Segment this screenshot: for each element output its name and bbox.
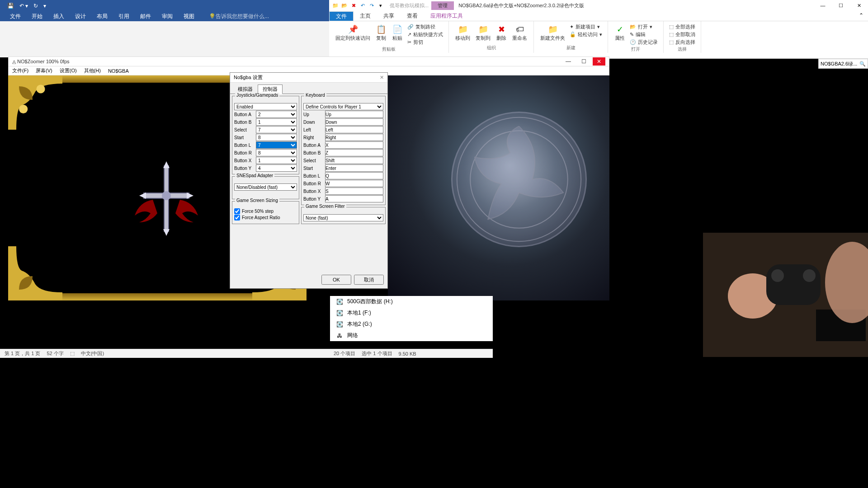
explorer-redo-icon[interactable]: ↷ — [368, 2, 375, 9]
drive-item-f[interactable]: 💽本地1 (F:) — [330, 307, 493, 319]
word-count[interactable]: 52 个字 — [47, 350, 63, 357]
joy-select-start[interactable]: 8 — [256, 134, 297, 141]
drive-item-h[interactable]: 💽500G西部数据 (H:) — [330, 296, 493, 307]
explorer-folder-icon[interactable]: 📁 — [332, 2, 339, 9]
joy-select-x[interactable]: 1 — [256, 157, 297, 164]
search-icon[interactable]: 🔍 — [859, 61, 866, 67]
copy-path-button[interactable]: 🔗复制路径 — [406, 23, 445, 31]
invert-selection-button[interactable]: ⬚反向选择 — [667, 38, 697, 46]
rename-button[interactable]: 🏷重命名 — [509, 23, 530, 42]
page-count[interactable]: 第 1 页，共 1 页 — [5, 350, 40, 357]
kb-input-l[interactable] — [325, 172, 383, 179]
new-folder-button[interactable]: 📁新建文件夹 — [538, 23, 568, 42]
manage-tab[interactable]: 管理 — [431, 1, 454, 10]
word-tab-mailings[interactable]: 邮件 — [140, 13, 151, 20]
word-tab-design[interactable]: 设计 — [75, 13, 86, 20]
emu-close-button[interactable]: ✕ — [593, 57, 605, 66]
edit-button[interactable]: ✎编辑 — [628, 31, 660, 38]
explorer-tab-share[interactable]: 共享 — [377, 11, 401, 21]
qat-customize-icon[interactable]: ▾ — [43, 3, 46, 9]
emu-minimize-button[interactable]: — — [562, 57, 575, 66]
explorer-tab-view[interactable]: 查看 — [401, 11, 424, 21]
joystick-enable-select[interactable]: Enabled — [234, 103, 297, 110]
kb-input-x[interactable] — [325, 188, 383, 195]
new-item-button[interactable]: ✦新建项目 ▾ — [568, 23, 604, 31]
snespad-select[interactable]: None/Disabled (fast) — [234, 183, 297, 191]
lang-mode-icon[interactable]: ⬚ — [70, 351, 75, 357]
word-tab-layout[interactable]: 布局 — [97, 13, 108, 20]
select-none-button[interactable]: ⬚全部取消 — [667, 31, 697, 38]
emu-maximize-button[interactable]: ☐ — [577, 57, 590, 66]
move-to-button[interactable]: 📁移动到 — [453, 23, 473, 42]
word-tab-review[interactable]: 审阅 — [162, 13, 173, 20]
emulator-titlebar[interactable]: ◬ NO$Zoomer 100% 0fps — ☐ ✕ — [8, 56, 609, 66]
word-tab-view[interactable]: 视图 — [184, 13, 194, 20]
properties-label: 属性 — [615, 35, 625, 42]
drive-item-g[interactable]: 💽本地2 (G:) — [330, 319, 493, 330]
copy-to-button[interactable]: 📁复制到 — [473, 23, 493, 42]
redo-icon[interactable]: ↻ — [33, 3, 38, 9]
joy-select-r[interactable]: 8 — [256, 149, 297, 156]
menu-settings[interactable]: 设置(O) — [60, 67, 77, 74]
menu-nosgba[interactable]: NO$GBA — [108, 68, 129, 74]
copy-button[interactable]: 📋复制 — [373, 23, 389, 46]
kb-input-r[interactable] — [325, 180, 383, 187]
delete-button[interactable]: ✖删除 — [493, 23, 509, 42]
joy-select-b[interactable]: 1 — [256, 118, 297, 126]
word-tab-insert[interactable]: 插入 — [53, 13, 64, 20]
explorer-tab-apptools[interactable]: 应用程序工具 — [424, 11, 469, 21]
explorer-undo-icon[interactable]: ↶ — [359, 2, 366, 9]
open-button[interactable]: 📂打开 ▾ — [628, 23, 660, 31]
kb-input-down[interactable] — [325, 118, 383, 126]
kb-input-right[interactable] — [325, 134, 383, 141]
kb-input-a[interactable] — [325, 141, 383, 149]
joy-select-select[interactable]: 7 — [256, 126, 297, 133]
explorer-qat-customize-icon[interactable]: ▾ — [377, 2, 384, 9]
kb-input-start[interactable] — [325, 164, 383, 172]
history-button[interactable]: 🕐历史记录 — [628, 38, 660, 46]
close-button[interactable]: ✕ — [850, 3, 868, 9]
joy-select-a[interactable]: 2 — [256, 111, 297, 118]
filter-select[interactable]: None (fast) — [303, 214, 383, 221]
joy-select-l[interactable]: 7 — [256, 141, 297, 149]
select-all-button[interactable]: ⬚全部选择 — [667, 23, 697, 31]
explorer-search-box[interactable]: NO$GBA2.6绿... 🔍 — [818, 59, 868, 69]
word-tab-home[interactable]: 开始 — [32, 13, 42, 20]
menu-screen[interactable]: 屏幕(V) — [36, 67, 52, 74]
cut-button[interactable]: ✂剪切 — [406, 38, 445, 46]
explorer-tab-home[interactable]: 主页 — [354, 11, 377, 21]
pin-to-quickaccess-button[interactable]: 📌固定到快速访问 — [333, 23, 373, 46]
explorer-delete-icon[interactable]: ✖ — [350, 2, 357, 9]
dialog-titlebar[interactable]: No$gba 设置 ✕ — [230, 73, 387, 83]
word-tab-references[interactable]: 引用 — [118, 13, 129, 20]
menu-file[interactable]: 文件(F) — [12, 67, 28, 74]
maximize-button[interactable]: ☐ — [832, 3, 850, 9]
save-icon[interactable]: 💾 — [7, 3, 14, 9]
word-tab-file[interactable]: 文件 — [10, 13, 21, 20]
joy-select-y[interactable]: 4 — [256, 164, 297, 172]
undo-icon[interactable]: ↶ ▾ — [19, 3, 28, 9]
language-status[interactable]: 中文(中国) — [81, 350, 104, 357]
menu-other[interactable]: 其他(H) — [84, 67, 101, 74]
collapse-ribbon-icon[interactable]: ⌃ — [854, 11, 868, 21]
explorer-open-icon[interactable]: 📂 — [341, 2, 348, 9]
network-item[interactable]: 🖧网络 — [330, 330, 493, 341]
ok-button[interactable]: OK — [321, 275, 351, 285]
kb-input-select[interactable] — [325, 157, 383, 164]
easy-access-button[interactable]: 🔓轻松访问 ▾ — [568, 31, 604, 38]
define-controls-select[interactable]: Define Controls for Player 1 — [303, 103, 383, 110]
cancel-button[interactable]: 取消 — [354, 275, 384, 285]
minimize-button[interactable]: — — [814, 3, 832, 9]
dialog-close-button[interactable]: ✕ — [380, 75, 384, 80]
kb-input-b[interactable] — [325, 149, 383, 156]
force-50-checkbox[interactable] — [234, 208, 240, 214]
paste-shortcut-button[interactable]: ↗粘贴快捷方式 — [406, 31, 445, 38]
kb-input-y[interactable] — [325, 195, 383, 202]
tell-me-search[interactable]: 💡 告诉我您想要做什么... — [209, 13, 269, 20]
kb-input-up[interactable] — [325, 111, 383, 118]
force-aspect-checkbox[interactable] — [234, 215, 240, 221]
properties-button[interactable]: ✓属性 — [612, 23, 628, 46]
paste-button[interactable]: 📄粘贴 — [389, 23, 406, 46]
kb-input-left[interactable] — [325, 126, 383, 133]
explorer-tab-file[interactable]: 文件 — [329, 11, 354, 21]
